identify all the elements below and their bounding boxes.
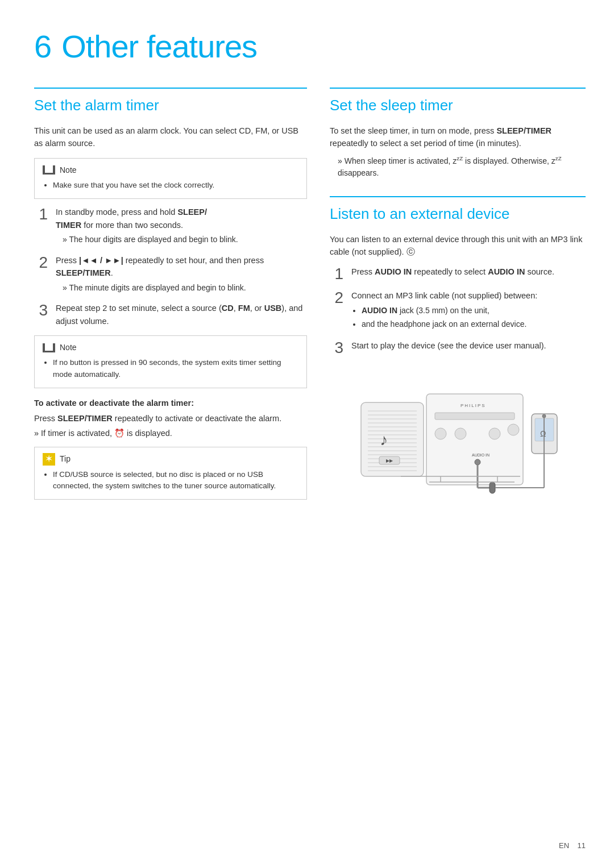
note-label-2: Note <box>60 342 77 354</box>
note-item-1-0: Make sure that you have set the clock co… <box>53 180 298 191</box>
step-content-1: In standby mode, press and hold SLEEP/TI… <box>56 206 307 246</box>
ext-step-1: 1 Press AUDIO IN repeatedly to select AU… <box>330 265 586 283</box>
ext-step-2: 2 Connect an MP3 link cable (not supplie… <box>330 289 586 333</box>
step-content-3: Repeat step 2 to set minute, select a so… <box>56 302 307 327</box>
device-svg: ♪ PHILIPS AUDIO IN <box>355 368 560 505</box>
alarm-step-1: 1 In standby mode, press and hold SLEEP/… <box>34 206 307 246</box>
ext-step-num-2: 2 <box>330 289 343 307</box>
external-section: Listen to an external device You can lis… <box>330 196 586 505</box>
step-num-1: 1 <box>34 206 48 223</box>
svg-point-22 <box>455 428 466 439</box>
ext-step-content-1: Press AUDIO IN repeatedly to select AUDI… <box>351 265 554 278</box>
tip-item-0: If CD/USB source is selected, but no dis… <box>53 469 298 492</box>
activate-sub: If timer is activated, ⏰ is displayed. <box>34 427 307 439</box>
step-num-2: 2 <box>34 254 48 272</box>
note-icon-2 <box>43 343 55 352</box>
svg-text:▶▶: ▶▶ <box>386 458 393 463</box>
external-steps: 1 Press AUDIO IN repeatedly to select AU… <box>330 265 586 357</box>
activate-text: Press SLEEP/TIMER repeatedly to activate… <box>34 412 307 425</box>
note-box-1: Note Make sure that you have set the clo… <box>34 158 307 199</box>
note-header-1: Note <box>43 164 298 176</box>
ext-step-3: 3 Start to play the device (see the devi… <box>330 339 586 357</box>
svg-point-25 <box>475 459 480 465</box>
note-header-2: Note <box>43 342 298 354</box>
svg-point-21 <box>435 428 446 439</box>
tip-header: ✶ Tip <box>43 453 298 466</box>
tip-box: ✶ Tip If CD/USB source is selected, but … <box>34 447 307 500</box>
sleep-section: Set the sleep timer To set the sleep tim… <box>330 88 586 179</box>
external-section-title: Listen to an external device <box>330 196 586 225</box>
svg-rect-29 <box>489 482 495 493</box>
alarm-steps: 1 In standby mode, press and hold SLEEP/… <box>34 206 307 327</box>
sleep-section-title: Set the sleep timer <box>330 88 586 117</box>
device-illustration: ♪ PHILIPS AUDIO IN <box>330 368 586 505</box>
svg-text:♪: ♪ <box>380 431 388 448</box>
svg-text:PHILIPS: PHILIPS <box>460 403 486 408</box>
activate-header: To activate or deactivate the alarm time… <box>34 397 307 410</box>
step-content-2: Press |◄◄ / ►►| repeatedly to set hour, … <box>56 254 307 294</box>
ext-step-2-item-0: AUDIO IN jack (3.5 mm) on the unit, <box>362 305 537 317</box>
alarm-step-3: 3 Repeat step 2 to set minute, select a … <box>34 302 307 327</box>
tip-list: If CD/USB source is selected, but no dis… <box>43 469 298 492</box>
ext-step-num-1: 1 <box>330 265 343 283</box>
alarm-intro: This unit can be used as an alarm clock.… <box>34 124 307 150</box>
svg-point-26 <box>508 424 519 435</box>
footer-lang: EN <box>559 841 569 850</box>
right-column: Set the sleep timer To set the sleep tim… <box>330 88 586 506</box>
svg-text:Ω: Ω <box>540 429 546 438</box>
step-num-3: 3 <box>34 302 48 319</box>
svg-text:AUDIO IN: AUDIO IN <box>472 453 489 457</box>
sleep-text: To set the sleep timer, in turn on mode,… <box>330 124 586 150</box>
ext-step-2-list: AUDIO IN jack (3.5 mm) on the unit, and … <box>351 305 537 331</box>
page-title: 6Other features <box>34 23 586 70</box>
ext-step-2-item-1: and the headphone jack on an external de… <box>362 318 537 331</box>
svg-point-23 <box>489 428 500 439</box>
alarm-step-2: 2 Press |◄◄ / ►►| repeatedly to set hour… <box>34 254 307 294</box>
svg-rect-20 <box>435 413 515 420</box>
left-column: Set the alarm timer This unit can be use… <box>34 88 307 506</box>
ext-step-content-3: Start to play the device (see the device… <box>351 339 546 352</box>
page-footer: EN 11 <box>559 840 586 852</box>
note-list-2: If no button is pressed in 90 seconds, t… <box>43 357 298 380</box>
svg-rect-0 <box>361 402 424 476</box>
tip-icon: ✶ <box>43 453 55 466</box>
alarm-section-title: Set the alarm timer <box>34 88 307 117</box>
note-label-1: Note <box>60 164 77 176</box>
sleep-sub: When sleep timer is activated, zzZ is di… <box>338 155 586 179</box>
ext-step-content-2: Connect an MP3 link cable (not supplied)… <box>351 289 537 333</box>
note-list-1: Make sure that you have set the clock co… <box>43 180 298 191</box>
tip-label: Tip <box>60 453 70 465</box>
step-2-sub: The minute digits are displayed and begi… <box>63 282 307 294</box>
ext-step-num-3: 3 <box>330 339 343 357</box>
note-icon-1 <box>43 165 55 175</box>
step-1-sub: The hour digits are displayed and begin … <box>63 234 307 246</box>
note-item-2-0: If no button is pressed in 90 seconds, t… <box>53 357 298 380</box>
external-intro: You can listen to an external device thr… <box>330 233 586 259</box>
note-box-2: Note If no button is pressed in 90 secon… <box>34 335 307 388</box>
footer-page: 11 <box>578 841 586 850</box>
